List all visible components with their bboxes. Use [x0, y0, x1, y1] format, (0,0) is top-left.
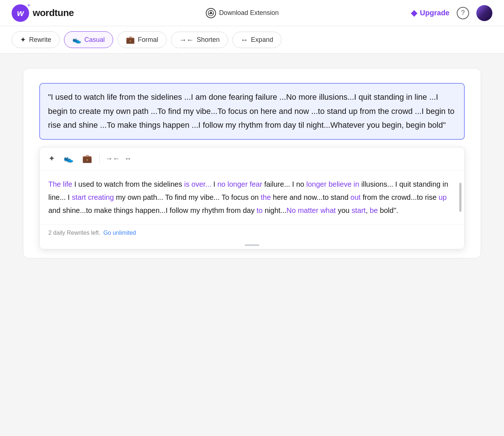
casual-button[interactable]: 👟 Casual: [64, 31, 113, 48]
shorten-label: Shorten: [197, 36, 220, 44]
daily-rewrites-text: 2 daily Rewrites left.: [48, 230, 100, 236]
arrow-icons: →← ↔: [105, 154, 132, 163]
rewritten-part: is over...: [184, 180, 211, 188]
selected-text-area[interactable]: "I used to watch life from the sidelines…: [39, 83, 465, 140]
rewritten-part: ,: [366, 206, 370, 214]
help-symbol: ?: [461, 9, 465, 17]
expand-button[interactable]: ↔ Expand: [232, 32, 281, 48]
drag-handle[interactable]: [40, 241, 464, 249]
svg-line-4: [209, 13, 210, 14]
rewrite-icon: ✦: [20, 35, 26, 44]
selected-text: "I used to watch life from the sidelines…: [48, 92, 455, 130]
download-extension-label: Download Extension: [219, 9, 279, 17]
formal-sugg-icon[interactable]: 💼: [81, 152, 93, 165]
rewritten-part: night...: [263, 206, 287, 214]
rewritten-part: start creating: [72, 193, 114, 201]
rewritten-part: failure... I no: [262, 180, 306, 188]
rewritten-part: here and now...to stand: [271, 193, 351, 201]
rewritten-part: bold".: [378, 206, 398, 214]
toolbar-divider: [99, 154, 100, 163]
rewritten-text-area: The life I used to watch from the sideli…: [40, 170, 464, 224]
scroll-indicator: [459, 183, 461, 212]
formal-icon: 💼: [126, 35, 135, 44]
casual-icon: 👟: [72, 35, 81, 44]
logo-icon: w: [12, 4, 29, 22]
expand-label: Expand: [251, 36, 273, 44]
rewritten-part: I used to watch from the sidelines: [72, 180, 184, 188]
rewritten-content: The life I used to watch from the sideli…: [48, 178, 456, 217]
casual-label: Casual: [84, 36, 105, 44]
logo-text: wordtune: [33, 7, 74, 19]
avatar[interactable]: [476, 5, 492, 21]
header-right: ◆ Upgrade ?: [411, 5, 492, 21]
svg-line-3: [212, 13, 213, 14]
suggestions-panel: ✦ 👟 💼 →← ↔ The life I used to watch from…: [39, 147, 465, 249]
avatar-image: [476, 5, 492, 21]
rewritten-part: and shine...to make things happen...I fo…: [48, 206, 257, 214]
rewritten-part: longer believe in: [306, 180, 359, 188]
sparkle-icon[interactable]: ✦: [47, 152, 56, 165]
rewrite-label: Rewrite: [29, 36, 51, 44]
rewritten-part: out: [351, 193, 361, 201]
go-unlimited-link[interactable]: Go unlimited: [103, 230, 136, 236]
rewritten-part: from the crowd...to rise: [361, 193, 439, 201]
rewritten-part: the: [261, 193, 271, 201]
casual-sugg-icon[interactable]: 👟: [62, 152, 75, 165]
rewritten-part: to: [257, 206, 263, 214]
formal-label: Formal: [138, 36, 158, 44]
help-button[interactable]: ?: [457, 7, 469, 19]
rewritten-part: I: [211, 180, 217, 188]
drag-dots: [245, 244, 259, 246]
shorten-icon: →←: [179, 36, 194, 44]
expand-arrow-icon[interactable]: ↔: [124, 154, 132, 163]
text-card: "I used to watch life from the sidelines…: [23, 68, 481, 258]
header: w wordtune Download Extension ◆ Upgrade …: [0, 0, 504, 26]
shorten-button[interactable]: →← Shorten: [171, 32, 228, 48]
logo[interactable]: w wordtune: [12, 4, 74, 22]
rewrite-button[interactable]: ✦ Rewrite: [12, 31, 60, 48]
rewritten-part: no longer fear: [217, 180, 262, 188]
rewritten-part: start: [352, 206, 366, 214]
upgrade-label: Upgrade: [420, 9, 449, 17]
download-extension-button[interactable]: Download Extension: [206, 8, 279, 18]
chrome-icon: [206, 8, 216, 18]
rewritten-part: you: [336, 206, 351, 214]
rewritten-part: up: [439, 193, 447, 201]
upgrade-button[interactable]: ◆ Upgrade: [411, 8, 449, 18]
suggestions-toolbar: ✦ 👟 💼 →← ↔: [40, 147, 464, 170]
toolbar: ✦ Rewrite 👟 Casual 💼 Formal →← Shorten ↔…: [0, 26, 504, 53]
main-content: "I used to watch life from the sidelines…: [0, 53, 504, 273]
diamond-icon: ◆: [411, 8, 417, 18]
rewritten-part: No matter what: [287, 206, 336, 214]
formal-button[interactable]: 💼 Formal: [117, 31, 167, 48]
rewritten-part: The life: [48, 180, 72, 188]
expand-icon: ↔: [241, 36, 248, 44]
suggestions-footer: 2 daily Rewrites left. Go unlimited: [40, 224, 464, 241]
shorten-arrow-icon[interactable]: →←: [105, 154, 120, 163]
rewritten-part: my own path... To find my vibe... To foc…: [114, 193, 261, 201]
rewritten-part: be: [370, 206, 378, 214]
